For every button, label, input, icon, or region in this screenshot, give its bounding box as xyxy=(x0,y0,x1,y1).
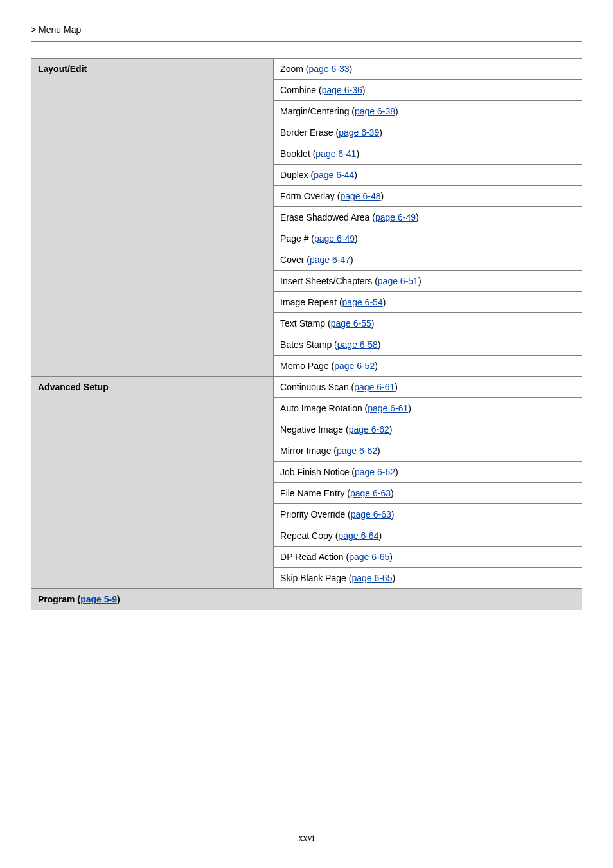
page-link[interactable]: page 6-58 xyxy=(337,339,378,350)
menu-item: DP Read Action (page 6-65) xyxy=(274,547,582,568)
menu-item-suffix: ) xyxy=(389,424,393,435)
menu-item-suffix: ) xyxy=(408,403,411,413)
menu-item: Margin/Centering (page 6-38) xyxy=(274,101,582,122)
menu-item-suffix: ) xyxy=(371,318,375,329)
page-link[interactable]: page 6-36 xyxy=(322,85,362,95)
menu-item-suffix: ) xyxy=(391,488,394,498)
menu-item: Page # (page 6-49) xyxy=(274,228,582,249)
menu-item: Duplex (page 6-44) xyxy=(274,165,582,186)
menu-item-text: Negative Image ( xyxy=(280,424,349,435)
menu-item: Insert Sheets/Chapters (page 6-51) xyxy=(274,271,582,292)
menu-item: Repeat Copy (page 6-64) xyxy=(274,525,582,547)
page-link[interactable]: page 6-47 xyxy=(310,255,350,265)
page-link[interactable]: page 6-61 xyxy=(368,403,408,413)
page-link[interactable]: page 6-63 xyxy=(351,509,391,520)
page-link[interactable]: page 6-64 xyxy=(338,530,378,541)
menu-item: Bates Stamp (page 6-58) xyxy=(274,334,582,356)
menu-item-text: Text Stamp ( xyxy=(280,318,331,329)
page-link[interactable]: page 6-51 xyxy=(378,276,418,286)
page-link[interactable]: page 6-55 xyxy=(331,318,371,329)
menu-item-suffix: ) xyxy=(350,255,353,265)
breadcrumb-text: Menu Map xyxy=(39,24,81,35)
menu-item-suffix: ) xyxy=(418,276,422,286)
menu-item: Negative Image (page 6-62) xyxy=(274,419,582,440)
menu-item: Cover (page 6-47) xyxy=(274,249,582,271)
menu-item: Memo Page (page 6-52) xyxy=(274,356,582,377)
section-header: Advanced Setup xyxy=(31,377,274,589)
page-link[interactable]: page 6-61 xyxy=(354,382,395,392)
menu-item-suffix: ) xyxy=(362,85,366,95)
page-link[interactable]: page 6-62 xyxy=(349,424,389,435)
page-link[interactable]: page 6-52 xyxy=(334,361,375,371)
menu-item: Skip Blank Page (page 6-65) xyxy=(274,568,582,589)
menu-item-suffix: ) xyxy=(375,361,378,371)
menu-item-text: Repeat Copy ( xyxy=(280,530,338,541)
menu-item-suffix: ) xyxy=(395,106,398,116)
menu-item-text: Skip Blank Page ( xyxy=(280,573,351,583)
menu-item-text: Memo Page ( xyxy=(280,361,334,371)
menu-item-text: Job Finish Notice ( xyxy=(280,467,355,477)
page-container: > Menu Map Layout/EditZoom (page 6-33)Co… xyxy=(0,0,613,868)
menu-item-suffix: ) xyxy=(355,233,358,244)
page-link[interactable]: page 6-62 xyxy=(355,467,395,477)
page-link[interactable]: page 6-44 xyxy=(314,170,354,180)
page-link[interactable]: page 6-49 xyxy=(375,212,416,222)
section-header-full: Program (page 5-9) xyxy=(31,589,582,610)
menu-item: Border Erase (page 6-39) xyxy=(274,122,582,143)
menu-item: Image Repeat (page 6-54) xyxy=(274,292,582,313)
menu-map-table: Layout/EditZoom (page 6-33)Combine (page… xyxy=(31,58,582,610)
page-number: xxvi xyxy=(0,833,613,844)
menu-item-text: Cover ( xyxy=(280,255,310,265)
menu-item-text: Booklet ( xyxy=(280,149,315,159)
menu-item: Auto Image Rotation (page 6-61) xyxy=(274,398,582,419)
menu-item-text: Auto Image Rotation ( xyxy=(280,403,368,413)
page-link[interactable]: page 6-33 xyxy=(308,64,349,74)
menu-item-text: Erase Shadowed Area ( xyxy=(280,212,375,222)
menu-item-text: Mirror Image ( xyxy=(280,446,337,456)
page-link[interactable]: page 6-39 xyxy=(339,127,379,138)
menu-item-text: Insert Sheets/Chapters ( xyxy=(280,276,378,286)
menu-item: Continuous Scan (page 6-61) xyxy=(274,377,582,398)
menu-item-text: Page # ( xyxy=(280,233,314,244)
menu-item-text: Priority Override ( xyxy=(280,509,351,520)
menu-item: Form Overlay (page 6-48) xyxy=(274,186,582,207)
menu-item-text: File Name Entry ( xyxy=(280,488,350,498)
section-header: Layout/Edit xyxy=(31,59,274,377)
section-header-link[interactable]: page 5-9 xyxy=(80,594,117,604)
section-header-suffix: ) xyxy=(117,594,120,604)
page-link[interactable]: page 6-41 xyxy=(315,149,356,159)
menu-item-suffix: ) xyxy=(379,127,382,138)
page-link[interactable]: page 6-65 xyxy=(349,552,389,562)
menu-item: Zoom (page 6-33) xyxy=(274,59,582,80)
menu-item: Text Stamp (page 6-55) xyxy=(274,313,582,334)
page-link[interactable]: page 6-48 xyxy=(340,191,380,201)
menu-item-text: Form Overlay ( xyxy=(280,191,340,201)
menu-item-text: DP Read Action ( xyxy=(280,552,349,562)
page-link[interactable]: page 6-62 xyxy=(337,446,377,456)
menu-item: Priority Override (page 6-63) xyxy=(274,504,582,525)
page-link[interactable]: page 6-49 xyxy=(314,233,355,244)
menu-item-text: Border Erase ( xyxy=(280,127,339,138)
page-link[interactable]: page 6-38 xyxy=(355,106,395,116)
menu-item-suffix: ) xyxy=(392,573,395,583)
menu-item: Combine (page 6-36) xyxy=(274,80,582,101)
page-link[interactable]: page 6-63 xyxy=(350,488,391,498)
menu-item-suffix: ) xyxy=(389,552,393,562)
menu-item-text: Bates Stamp ( xyxy=(280,339,337,350)
section-header-text: Program ( xyxy=(38,594,80,604)
page-link[interactable]: page 6-54 xyxy=(342,297,383,307)
menu-item: Booklet (page 6-41) xyxy=(274,143,582,165)
page-link[interactable]: page 6-65 xyxy=(351,573,392,583)
menu-item-suffix: ) xyxy=(395,467,398,477)
menu-item-suffix: ) xyxy=(416,212,419,222)
menu-item-text: Duplex ( xyxy=(280,170,314,180)
menu-item: Mirror Image (page 6-62) xyxy=(274,440,582,462)
menu-item-suffix: ) xyxy=(378,339,381,350)
breadcrumb-prefix: > xyxy=(31,24,39,35)
menu-item-suffix: ) xyxy=(383,297,386,307)
menu-item-suffix: ) xyxy=(378,530,382,541)
menu-item: Erase Shadowed Area (page 6-49) xyxy=(274,207,582,228)
breadcrumb: > Menu Map xyxy=(31,24,582,35)
menu-item-text: Continuous Scan ( xyxy=(280,382,354,392)
menu-item-text: Combine ( xyxy=(280,85,322,95)
